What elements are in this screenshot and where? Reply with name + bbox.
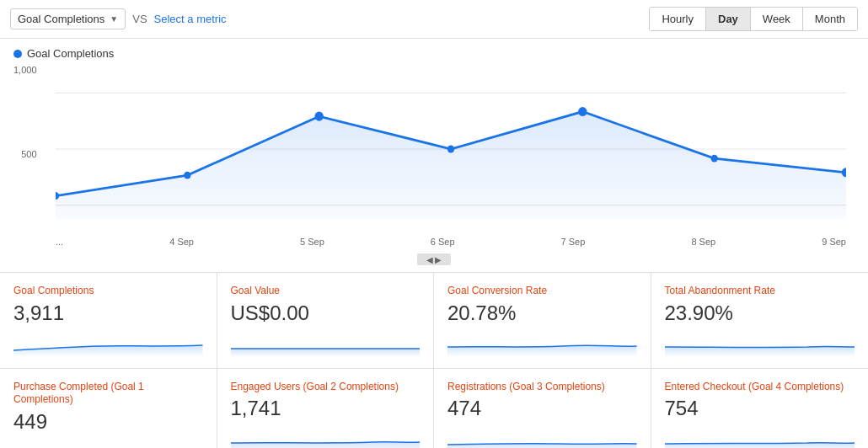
chart-legend: Goal Completions bbox=[13, 47, 855, 60]
y-label-1000: 1,000 bbox=[13, 65, 37, 75]
metric-dropdown[interactable]: Goal Completions ▼ bbox=[10, 8, 126, 29]
data-point bbox=[578, 107, 587, 116]
scroll-indicator: ◀ ▶ bbox=[0, 253, 868, 265]
x-label-5sep: 5 Sep bbox=[300, 237, 324, 247]
metric-value-entered-checkout: 754 bbox=[665, 397, 855, 420]
chart-svg bbox=[56, 65, 846, 233]
metric-card-purchase-completed: Purchase Completed (Goal 1 Completions) … bbox=[0, 369, 217, 448]
vs-label: VS bbox=[132, 13, 147, 25]
sparkline-engaged-users bbox=[231, 427, 421, 448]
metric-title-engaged-users[interactable]: Engaged Users (Goal 2 Completions) bbox=[231, 381, 421, 394]
metric-card-goal-completions: Goal Completions 3,911 bbox=[0, 273, 217, 369]
metric-title-entered-checkout[interactable]: Entered Checkout (Goal 4 Completions) bbox=[665, 381, 855, 394]
x-label-dots: ... bbox=[56, 237, 63, 247]
metric-dropdown-label: Goal Completions bbox=[18, 13, 104, 25]
chart-wrapper: 1,000 500 bbox=[56, 65, 846, 233]
dropdown-arrow-icon: ▼ bbox=[110, 14, 118, 24]
metric-value-registrations: 474 bbox=[447, 397, 637, 420]
month-button[interactable]: Month bbox=[803, 8, 857, 30]
metric-value-abandonment-rate: 23.90% bbox=[665, 301, 855, 325]
metric-title-purchase-completed[interactable]: Purchase Completed (Goal 1 Completions) bbox=[13, 381, 203, 407]
x-label-7sep: 7 Sep bbox=[561, 237, 586, 247]
sparkline-purchase-completed bbox=[13, 440, 203, 448]
sparkline-goal-value bbox=[231, 332, 421, 357]
metric-card-engaged-users: Engaged Users (Goal 2 Completions) 1,741 bbox=[217, 369, 435, 448]
toolbar: Goal Completions ▼ VS Select a metric Ho… bbox=[0, 0, 868, 39]
metric-card-entered-checkout: Entered Checkout (Goal 4 Completions) 75… bbox=[651, 369, 869, 448]
sparkline-registrations bbox=[447, 427, 637, 448]
metric-card-abandonment-rate: Total Abandonment Rate 23.90% bbox=[651, 273, 869, 369]
week-button[interactable]: Week bbox=[751, 8, 803, 30]
scroll-arrows-icon: ◀ ▶ bbox=[426, 255, 442, 264]
scroll-bar[interactable]: ◀ ▶ bbox=[417, 253, 451, 265]
metric-value-conversion-rate: 20.78% bbox=[447, 301, 637, 325]
day-button[interactable]: Day bbox=[706, 8, 751, 30]
x-label-4sep: 4 Sep bbox=[169, 237, 194, 247]
data-point bbox=[184, 172, 190, 179]
sparkline-conversion-rate bbox=[447, 332, 637, 357]
metric-title-goal-value[interactable]: Goal Value bbox=[231, 285, 421, 298]
metric-title-goal-completions[interactable]: Goal Completions bbox=[13, 285, 203, 298]
y-axis-labels: 1,000 500 bbox=[13, 65, 42, 233]
select-metric-link[interactable]: Select a metric bbox=[154, 13, 227, 25]
metric-title-conversion-rate[interactable]: Goal Conversion Rate bbox=[447, 285, 637, 298]
x-label-6sep: 6 Sep bbox=[431, 237, 455, 247]
legend-dot-icon bbox=[13, 50, 22, 58]
metric-value-goal-completions: 3,911 bbox=[13, 301, 203, 325]
metric-card-goal-value: Goal Value US$0.00 bbox=[217, 273, 435, 369]
sparkline-entered-checkout bbox=[665, 427, 855, 448]
data-point bbox=[710, 155, 717, 163]
metric-card-conversion-rate: Goal Conversion Rate 20.78% bbox=[434, 273, 651, 369]
sparkline-abandonment-rate bbox=[665, 332, 855, 357]
metric-title-abandonment-rate[interactable]: Total Abandonment Rate bbox=[665, 285, 855, 298]
data-point bbox=[314, 112, 323, 121]
time-period-buttons: Hourly Day Week Month bbox=[649, 7, 858, 31]
y-label-500: 500 bbox=[21, 149, 36, 159]
x-label-9sep: 9 Sep bbox=[822, 237, 846, 247]
chart-area: Goal Completions 1,000 500 bbox=[0, 39, 868, 250]
hourly-button[interactable]: Hourly bbox=[650, 8, 706, 30]
x-label-8sep: 8 Sep bbox=[691, 237, 715, 247]
metrics-grid: Goal Completions 3,911 Goal Value US$0.0… bbox=[0, 272, 868, 448]
metric-value-goal-value: US$0.00 bbox=[231, 301, 421, 325]
data-point bbox=[447, 146, 454, 153]
chart-area-fill bbox=[56, 112, 846, 220]
metric-card-registrations: Registrations (Goal 3 Completions) 474 bbox=[434, 369, 651, 448]
metric-value-purchase-completed: 449 bbox=[13, 410, 203, 434]
sparkline-goal-completions bbox=[13, 332, 203, 357]
legend-label: Goal Completions bbox=[27, 47, 114, 60]
metric-value-engaged-users: 1,741 bbox=[231, 397, 421, 420]
x-axis-labels: ... 4 Sep 5 Sep 6 Sep 7 Sep 8 Sep 9 Sep bbox=[56, 233, 846, 250]
metric-title-registrations[interactable]: Registrations (Goal 3 Completions) bbox=[447, 381, 637, 394]
